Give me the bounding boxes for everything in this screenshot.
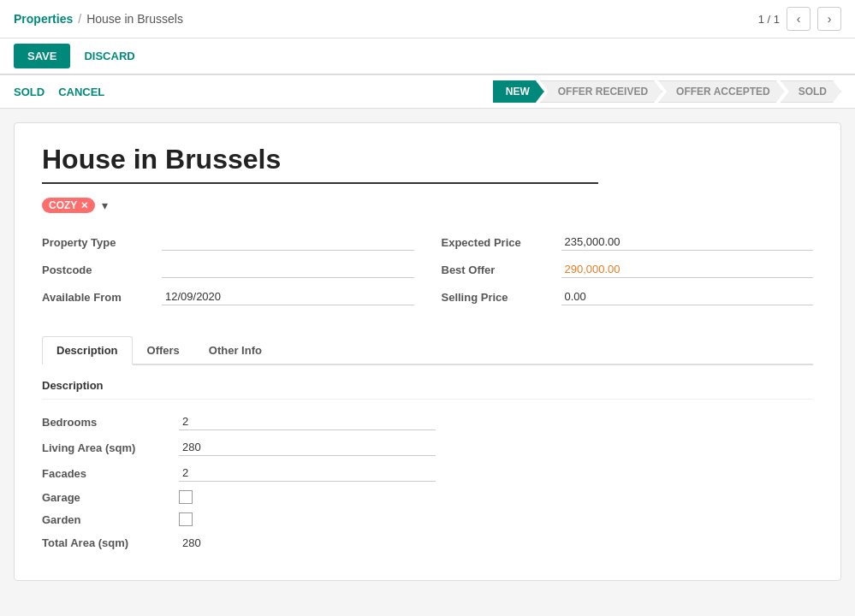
description-section-title: Description (42, 379, 813, 400)
breadcrumb-link[interactable]: Properties (14, 12, 73, 26)
tab-other-info[interactable]: Other Info (194, 336, 276, 365)
total-area-label: Total Area (sqm) (42, 536, 179, 549)
garden-label: Garden (42, 513, 179, 526)
tag-remove-icon[interactable]: ✕ (80, 200, 88, 211)
breadcrumb: Properties / House in Brussels (14, 12, 183, 26)
available-from-row: Available From (42, 288, 414, 305)
postcode-row: Postcode (42, 261, 414, 278)
bedrooms-input[interactable] (179, 413, 436, 430)
facades-row: Facades (42, 465, 436, 482)
form-section-right: Expected Price Best Offer 290,000.00 Sel… (442, 234, 814, 316)
postcode-input[interactable] (162, 261, 414, 278)
prev-button[interactable]: ‹ (787, 7, 810, 31)
garage-checkbox[interactable] (179, 490, 193, 504)
cancel-status-button[interactable]: CANCEL (58, 82, 104, 102)
pipeline-step-offer-received[interactable]: OFFER RECEIVED (540, 80, 662, 103)
tag-label: COZY (49, 199, 77, 211)
next-button[interactable]: › (817, 7, 841, 31)
best-offer-label: Best Offer (442, 264, 561, 276)
total-area-row: Total Area (sqm) 280 (42, 535, 436, 551)
expected-price-input[interactable] (561, 234, 814, 251)
status-actions: SOLD CANCEL (14, 82, 104, 102)
tab-offers[interactable]: Offers (133, 336, 194, 365)
facades-input[interactable] (179, 465, 436, 482)
pipeline-step-offer-accepted[interactable]: OFFER ACCEPTED (658, 80, 785, 103)
breadcrumb-sep: / (78, 12, 81, 26)
status-bar: SOLD CANCEL NEW OFFER RECEIVED OFFER ACC… (0, 75, 855, 109)
garden-row: Garden (42, 512, 436, 526)
top-bar-right: 1 / 1 ‹ › (758, 7, 841, 31)
garage-row: Garage (42, 490, 436, 504)
pipeline-step-sold[interactable]: SOLD (781, 80, 841, 103)
garage-label: Garage (42, 491, 179, 504)
property-title: House in Brussels (42, 144, 598, 184)
property-type-row: Property Type (42, 234, 414, 251)
tags-dropdown-icon[interactable]: ▾ (102, 198, 108, 212)
bedrooms-row: Bedrooms (42, 413, 436, 430)
available-from-input[interactable] (162, 288, 414, 305)
top-bar: Properties / House in Brussels 1 / 1 ‹ › (0, 0, 855, 38)
form-section-left: Property Type Postcode Available From (42, 234, 414, 316)
save-button[interactable]: SAVE (14, 44, 70, 68)
facades-label: Facades (42, 467, 179, 480)
selling-price-value: 0.00 (561, 288, 814, 305)
living-area-label: Living Area (sqm) (42, 441, 179, 454)
pipeline: NEW OFFER RECEIVED OFFER ACCEPTED SOLD (493, 80, 841, 103)
garden-checkbox[interactable] (179, 512, 193, 526)
tab-content-description: Description Bedrooms Living Area (sqm) F… (42, 379, 813, 551)
best-offer-value: 290,000.00 (561, 261, 814, 278)
selling-price-label: Selling Price (442, 291, 561, 304)
property-type-select[interactable] (162, 234, 414, 251)
main-content: House in Brussels COZY ✕ ▾ Property Type (0, 109, 855, 595)
selling-price-row: Selling Price 0.00 (442, 288, 814, 305)
available-from-label: Available From (42, 291, 162, 304)
pagination-info: 1 / 1 (758, 13, 780, 26)
expected-price-label: Expected Price (442, 236, 561, 249)
tab-description[interactable]: Description (42, 336, 133, 365)
form-grid: Property Type Postcode Available From (42, 234, 813, 316)
total-area-value: 280 (179, 535, 205, 551)
living-area-row: Living Area (sqm) (42, 439, 436, 456)
living-area-input[interactable] (179, 439, 436, 456)
tabs-row: Description Offers Other Info (42, 336, 813, 365)
description-fields: Bedrooms Living Area (sqm) Facades Garag… (42, 413, 436, 551)
action-bar: SAVE DISCARD (0, 38, 855, 75)
expected-price-row: Expected Price (442, 234, 814, 251)
property-type-label: Property Type (42, 236, 162, 249)
pipeline-step-new[interactable]: NEW (493, 80, 544, 103)
discard-button[interactable]: DISCARD (77, 44, 141, 68)
form-card: House in Brussels COZY ✕ ▾ Property Type (14, 122, 841, 581)
best-offer-row: Best Offer 290,000.00 (442, 261, 814, 278)
postcode-label: Postcode (42, 264, 162, 276)
sold-status-button[interactable]: SOLD (14, 82, 45, 102)
bedrooms-label: Bedrooms (42, 416, 179, 429)
tags-row: COZY ✕ ▾ (42, 198, 813, 213)
tag-cozy: COZY ✕ (42, 198, 95, 213)
breadcrumb-current: House in Brussels (86, 12, 183, 26)
